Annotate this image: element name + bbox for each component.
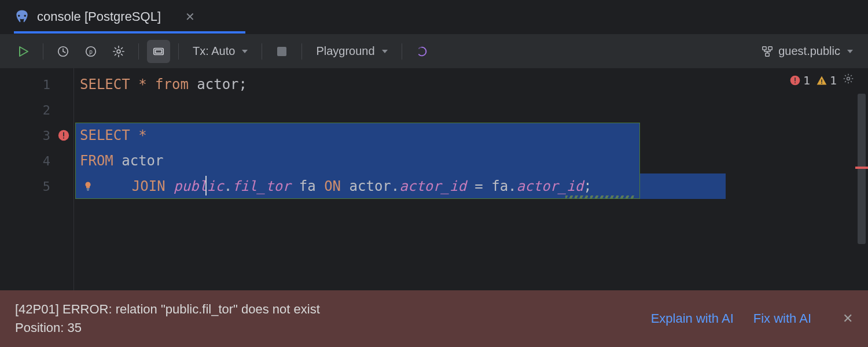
- chevron-down-icon: [242, 50, 248, 53]
- stop-icon: [277, 47, 286, 56]
- stop-button[interactable]: [270, 40, 293, 63]
- warning-squiggle: [565, 195, 635, 198]
- toolbar-separator: [138, 43, 139, 60]
- chevron-down-icon: [382, 50, 388, 53]
- gutter-line[interactable]: 3: [0, 123, 73, 148]
- layout-button[interactable]: [147, 40, 170, 63]
- gutter-line[interactable]: 4: [0, 148, 73, 174]
- code-line[interactable]: SELECT *: [74, 123, 868, 148]
- schema-selector[interactable]: guest.public: [757, 40, 856, 63]
- svg-rect-11: [63, 138, 64, 139]
- toolbar-separator: [402, 43, 402, 60]
- run-button[interactable]: [12, 40, 35, 63]
- tx-mode-label: Tx: Auto: [193, 45, 235, 58]
- close-icon[interactable]: ✕: [185, 10, 195, 24]
- toolbar-separator: [43, 43, 43, 60]
- tx-mode-dropdown[interactable]: Tx: Auto: [187, 40, 253, 63]
- code-line[interactable]: [74, 97, 868, 123]
- toolbar-separator: [301, 43, 302, 60]
- gutter-line[interactable]: 2: [0, 97, 73, 123]
- text-cursor: [205, 176, 207, 195]
- svg-rect-8: [766, 53, 769, 56]
- toolbar-separator: [178, 43, 179, 60]
- history-button[interactable]: [52, 40, 75, 63]
- settings-button[interactable]: [107, 40, 130, 63]
- svg-point-3: [117, 50, 120, 53]
- svg-rect-6: [763, 46, 766, 50]
- playground-dropdown[interactable]: Playground: [310, 40, 393, 63]
- svg-rect-12: [87, 189, 90, 190]
- error-message: [42P01] ERROR: relation "public.fil_tor"…: [15, 300, 320, 337]
- code-line[interactable]: JOIN public.fil_tor fa ON actor.actor_id…: [74, 174, 868, 199]
- fix-with-ai-link[interactable]: Fix with AI: [753, 311, 811, 326]
- close-icon[interactable]: ✕: [843, 311, 853, 326]
- tab-active-indicator: [14, 31, 245, 34]
- gutter-line[interactable]: 1: [0, 72, 73, 97]
- error-gutter-icon[interactable]: [57, 129, 70, 142]
- explain-with-ai-link[interactable]: Explain with AI: [651, 311, 734, 326]
- bulb-icon[interactable]: [80, 180, 96, 193]
- code-line[interactable]: FROM actor: [74, 148, 868, 174]
- tab-console[interactable]: console [PostgreSQL] ✕: [14, 0, 207, 34]
- svg-rect-13: [87, 190, 89, 191]
- postgres-elephant-icon: [14, 9, 30, 25]
- schema-label: guest.public: [778, 45, 840, 58]
- toolbar: p Tx: Auto Playground guest.public: [0, 34, 868, 68]
- editor: 1 2 3 4 5 SELECT * from actor; SELECT * …: [0, 68, 868, 290]
- svg-rect-10: [63, 132, 64, 136]
- svg-text:p: p: [89, 48, 93, 54]
- ai-button[interactable]: [410, 40, 433, 63]
- schema-icon: [761, 45, 774, 58]
- playground-label: Playground: [316, 45, 374, 58]
- error-banner: [42P01] ERROR: relation "public.fil_tor"…: [0, 290, 868, 347]
- gutter: 1 2 3 4 5: [0, 68, 74, 290]
- svg-rect-7: [768, 46, 772, 50]
- parameters-button[interactable]: p: [79, 40, 102, 63]
- gutter-line[interactable]: 5: [0, 174, 73, 199]
- code-line[interactable]: SELECT * from actor;: [74, 72, 868, 97]
- svg-rect-5: [156, 50, 162, 53]
- code-area[interactable]: SELECT * from actor; SELECT * FROM actor…: [74, 68, 868, 290]
- chevron-down-icon: [847, 50, 853, 53]
- tab-title: console [PostgreSQL]: [37, 9, 161, 24]
- toolbar-separator: [262, 43, 262, 60]
- tab-bar: console [PostgreSQL] ✕: [0, 0, 868, 34]
